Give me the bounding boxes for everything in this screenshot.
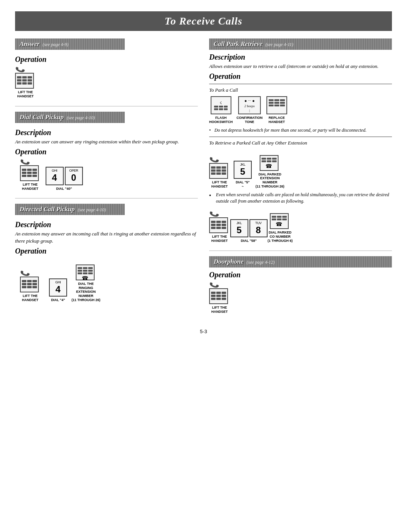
answer-phone-icon: 📞: [15, 67, 36, 89]
call-park-page-ref: (see page 4-11): [265, 42, 293, 47]
doorphone-title: Doorphone: [214, 258, 243, 265]
sq-note: Even when several outside calls are plac…: [209, 192, 392, 204]
dial-pickup-step-phone-label: LIFT THE HANDSET: [15, 183, 45, 191]
directed-step-phone-label: LIFT THE HANDSET: [15, 294, 45, 302]
dial-pickup-op-label: Operation: [15, 148, 198, 156]
right-column: Call Park Retrieve (see page 4-11) Descr…: [209, 38, 392, 321]
directed-pickup-op-label: Operation: [15, 247, 198, 255]
dial-pickup-header: Dial Call Pickup (see page 4-10): [15, 112, 125, 123]
page-title: To Receive Calls: [23, 15, 384, 27]
retrieve-step-dial-parked: ☎ DIAL PARKEDEXTENSIONNUMBER(11 through …: [256, 149, 285, 189]
doorphone-step-phone-label: LIFT THEHANDSET: [211, 306, 228, 314]
retrieve-step-phone-label: LIFT THEHANDSET: [211, 180, 228, 189]
multi-call-diagram: 📞: [209, 207, 392, 243]
answer-title: Answer: [20, 40, 40, 48]
park-call-sub-title: To Park a Call: [209, 87, 392, 93]
left-column: Answer (see page 4-9) Operation 📞: [15, 38, 198, 321]
multi-step-phone: 📞: [209, 211, 230, 243]
answer-op-diagram: 📞: [15, 67, 198, 98]
doorphone-op-label: Operation: [209, 271, 392, 279]
call-park-desc-text: Allows extension user to retrieve a call…: [209, 63, 392, 70]
doorphone-header: Doorphone (see page 4-12): [209, 256, 392, 268]
directed-pickup-header: Directed Call Pickup (see page 4-10): [15, 204, 125, 215]
directed-dial4-label: DIAL "4": [51, 298, 65, 302]
call-park-header: Call Park Retrieve (see page 4-11): [209, 38, 392, 50]
sep-1: [15, 106, 198, 106]
keypad-ghi4: GHI 4: [46, 167, 64, 185]
dial-pickup-page-ref: (see page 4-10): [67, 115, 95, 120]
dial-pickup-op-diagram: 📞: [15, 159, 198, 191]
answer-step-1: 📞: [15, 67, 36, 98]
keypad-tuv8: TUV 8: [249, 219, 268, 237]
directed-pickup-desc-label: Description: [15, 220, 198, 229]
doorphone-step-phone: 📞: [209, 282, 230, 314]
call-park-section: Call Park Retrieve (see page 4-11) Descr…: [209, 38, 392, 243]
call-park-title: Call Park Retrieve: [214, 40, 262, 48]
dial-pickup-desc-label: Description: [15, 128, 198, 137]
doorphone-page-ref: (see page 4-12): [246, 260, 275, 265]
retrieve-dial5-label: DIAL "5"~: [236, 180, 250, 189]
answer-section: Answer (see page 4-9) Operation 📞: [15, 38, 198, 98]
doorphone-section: Doorphone (see page 4-12) Operation 📞: [209, 256, 392, 314]
page-number: 5-3: [15, 329, 392, 334]
answer-header: Answer (see page 4-9): [15, 38, 125, 50]
multi-step-dial-co: ☎ DIAL PARKEDCO NUMBER(1 through 6): [268, 207, 293, 243]
park-bullet-note: Do not depress hookswitch for more than …: [209, 127, 392, 134]
keypad-jkl5: JKL 5: [234, 161, 252, 179]
park-step-tone-label: CONFIRMATIONTONE: [237, 116, 263, 124]
park-step-replace: REPLACEHANDSET: [266, 96, 287, 124]
multi-dial-co-label: DIAL PARKEDCO NUMBER(1 through 6): [268, 231, 293, 243]
retrieve-divider: [209, 137, 392, 137]
retrieve-dial-parked-label: DIAL PARKEDEXTENSIONNUMBER(11 through 26…: [256, 172, 285, 189]
multi-keypad-58: JKL 5 TUV 8 DIAL "58": [234, 219, 264, 243]
park-step-flash: ☇ FLASHHOOKSWITCH: [209, 96, 233, 124]
directed-step-dial-ext: ☎ DIAL THE RINGINGEXTENSION NUMBER(11 th…: [71, 258, 101, 302]
doorphone-op-diagram: 📞: [209, 282, 392, 314]
keypad-jkl5-multi: JKL 5: [230, 219, 248, 237]
main-title-bar: To Receive Calls: [15, 11, 392, 31]
park-call-diagram: ☇ FLASHHOOKSWITCH: [209, 96, 392, 124]
directed-keypad-4: GHI 4 DIAL "4": [49, 278, 67, 302]
sep-2: [15, 198, 198, 198]
keypad-ghi4-directed: GHI 4: [49, 278, 67, 297]
park-step-tone: ● ⋯ ● 2 beeps | CONFIRMATIONTONE: [237, 96, 263, 124]
dial-call-pickup-section: Dial Call Pickup (see page 4-10) Descrip…: [15, 112, 198, 191]
call-park-op-label: Operation: [209, 72, 392, 81]
directed-pickup-page-ref: (see page 4-10): [78, 207, 106, 212]
directed-pickup-op-diagram: 📞: [15, 258, 198, 302]
directed-pickup-desc-text: An extension may answer an incoming call…: [15, 231, 198, 244]
retrieve-call-diagram: 📞: [209, 149, 392, 189]
directed-pickup-title: Directed Call Pickup: [20, 206, 75, 213]
dial-pickup-keypad-40: GHI 4 OPER 0 DIAL "40": [49, 167, 79, 191]
answer-page-ref: (see page 4-9): [43, 42, 69, 47]
retrieve-step-phone: 📞: [209, 157, 230, 189]
call-park-desc-label: Description: [209, 53, 392, 62]
op-divider: [209, 84, 392, 84]
multi-step-phone-label: LIFT THEHANDSET: [211, 235, 228, 243]
directed-pickup-section: Directed Call Pickup (see page 4-10) Des…: [15, 204, 198, 302]
keypad-oper0: OPER 0: [65, 167, 83, 185]
answer-operation-label: Operation: [15, 55, 198, 64]
retrieve-call-sub-title: To Retrieve a Parked Call at Any Other E…: [209, 140, 392, 146]
sep-right-1: [209, 251, 392, 251]
retrieve-keypad-5: JKL 5 DIAL "5"~: [234, 161, 252, 189]
dial-pickup-title: Dial Call Pickup: [20, 114, 64, 121]
multi-dial58-label: DIAL "58": [241, 239, 257, 243]
dial-40-label: DIAL "40": [56, 187, 72, 191]
dial-pickup-step-phone: 📞: [15, 159, 45, 191]
answer-step-1-label: LIFT THEHANDSET: [17, 90, 34, 98]
park-step-flash-label: FLASHHOOKSWITCH: [209, 116, 233, 124]
directed-step-phone: 📞: [15, 271, 45, 302]
dial-pickup-desc-text: An extension user can answer any ringing…: [15, 138, 198, 145]
park-step-replace-label: REPLACEHANDSET: [269, 116, 285, 124]
directed-dial-ext-label: DIAL THE RINGINGEXTENSION NUMBER(11 thro…: [71, 282, 101, 302]
